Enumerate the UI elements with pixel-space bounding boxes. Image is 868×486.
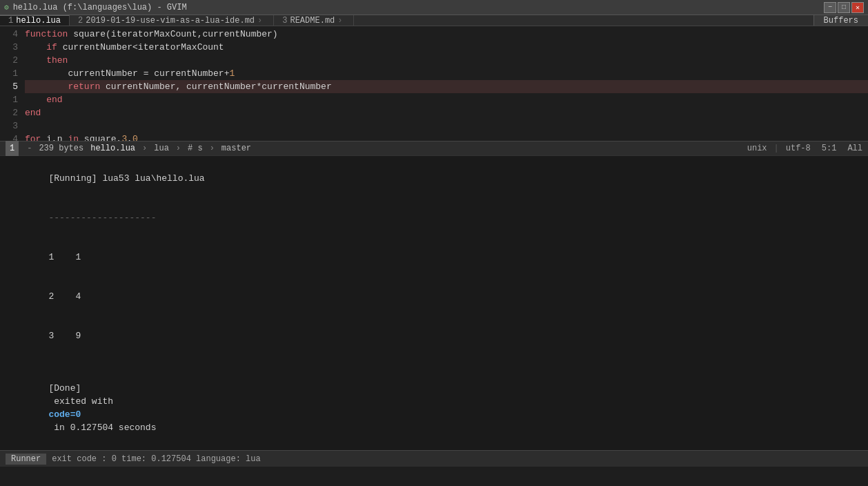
buffers-button[interactable]: Buffers xyxy=(813,15,868,26)
status-branch-indicator: # s xyxy=(188,144,203,153)
code-line-3: then xyxy=(25,54,868,67)
terminal: [Running] lua53 lua\hello.lua ----------… xyxy=(0,156,868,450)
ln-4: 4 xyxy=(0,28,18,41)
terminal-out-2: 2 4 xyxy=(6,277,862,316)
status-sep4: › xyxy=(210,144,215,153)
ln-2: 2 xyxy=(0,54,18,67)
status-pct: All xyxy=(847,144,862,153)
code-line-6: end xyxy=(25,93,868,106)
tab-2[interactable]: 2 2019-01-19-use-vim-as-a-lua-ide.md › xyxy=(70,15,274,26)
status-mode: 1 xyxy=(6,141,19,156)
terminal-sep-text: -------------------- xyxy=(48,213,156,223)
ln-2b: 2 xyxy=(0,106,18,119)
editor: 4 3 2 1 5 1 2 3 4 5 6 7 function square(… xyxy=(0,26,868,141)
code-line-9: for i,n in square,3,0 xyxy=(25,133,868,141)
runner-info: exit code : 0 time: 0.127504 language: l… xyxy=(52,454,260,464)
status-pos: 5:1 xyxy=(822,144,837,153)
tab-2-label: 2019-01-19-use-vim-as-a-lua-ide.md xyxy=(86,16,255,26)
code-line-8 xyxy=(25,119,868,133)
tab-bar: 1 hello.lua 2 2019-01-19-use-vim-as-a-lu… xyxy=(0,15,868,26)
window-title: hello.lua (f:\languages\lua) - GVIM xyxy=(13,3,187,12)
code-line-7: end xyxy=(25,106,868,119)
code-line-5: return currentNumber, currentNumber*curr… xyxy=(25,80,868,93)
terminal-done: [Done] exited with code=0 in 0.127504 se… xyxy=(6,369,862,447)
terminal-running-text: [Running] lua53 lua\hello.lua xyxy=(48,173,204,184)
runner-tag: Runner xyxy=(6,454,46,465)
terminal-out-3-text: 3 9 xyxy=(48,331,81,341)
runner-bar: Runner exit code : 0 time: 0.127504 lang… xyxy=(0,450,868,467)
status-mode-value: 1 xyxy=(10,144,14,153)
title-controls: − □ ✕ xyxy=(824,2,864,13)
title-left: ⚙ hello.lua (f:\languages\lua) - GVIM xyxy=(4,3,187,12)
ln-1b: 1 xyxy=(0,93,18,106)
status-branch: master xyxy=(221,144,251,153)
tab-3-number: 3 xyxy=(282,16,287,26)
ln-4b: 4 xyxy=(0,133,18,141)
tab-1-number: 1 xyxy=(8,16,13,26)
title-bar: ⚙ hello.lua (f:\languages\lua) - GVIM − … xyxy=(0,0,868,15)
terminal-done-code: code=0 xyxy=(48,409,81,420)
terminal-running: [Running] lua53 lua\hello.lua xyxy=(6,159,862,198)
status-filename: hello.lua xyxy=(90,144,135,153)
terminal-blank xyxy=(6,356,862,369)
terminal-out-3: 3 9 xyxy=(6,316,862,356)
terminal-done-prefix: [Done] xyxy=(48,383,81,393)
tab-2-sep: › xyxy=(257,16,262,26)
ln-1a: 1 xyxy=(0,67,18,80)
tab-1-label: hello.lua xyxy=(16,16,61,26)
bottom-panel: [Running] lua53 lua\hello.lua ----------… xyxy=(0,156,868,467)
status-sep1: - xyxy=(27,144,32,153)
tab-3[interactable]: 3 README.md › xyxy=(274,15,354,26)
ln-5: 5 xyxy=(0,80,18,93)
status-encoding: utf-8 xyxy=(786,144,811,153)
ln-3: 3 xyxy=(0,41,18,54)
terminal-out-2-text: 2 4 xyxy=(48,291,81,302)
tab-2-number: 2 xyxy=(78,16,83,26)
code-area[interactable]: function square(iteratorMaxCount,current… xyxy=(22,26,868,141)
code-line-1: function square(iteratorMaxCount,current… xyxy=(25,28,868,41)
terminal-out-1-text: 1 1 xyxy=(48,252,81,262)
terminal-out-1: 1 1 xyxy=(6,237,862,277)
status-bar: 1 - 239 bytes hello.lua › lua › # s › ma… xyxy=(0,141,868,156)
line-numbers: 4 3 2 1 5 1 2 3 4 5 6 7 xyxy=(0,26,22,141)
code-line-4: currentNumber = currentNumber+1 xyxy=(25,67,868,80)
terminal-done-suffix: in 0.127504 seconds xyxy=(48,422,156,433)
status-right: unix | utf-8 5:1 All xyxy=(747,144,862,153)
ln-3b: 3 xyxy=(0,119,18,133)
status-sep3: › xyxy=(176,144,181,153)
code-line-2: if currentNumber<iteratorMaxCount xyxy=(25,41,868,54)
status-size: 239 bytes xyxy=(39,144,83,153)
app-icon: ⚙ xyxy=(4,3,9,12)
terminal-done-middle: exited with xyxy=(48,396,118,407)
terminal-separator: -------------------- xyxy=(6,198,862,237)
status-pipe: | xyxy=(774,144,779,153)
maximize-button[interactable]: □ xyxy=(838,2,850,13)
tab-3-label: README.md xyxy=(290,16,335,26)
close-button[interactable]: ✕ xyxy=(851,2,864,13)
minimize-button[interactable]: − xyxy=(824,2,836,13)
status-filetype: lua xyxy=(154,144,169,153)
status-left: 1 - 239 bytes hello.lua › lua › # s › ma… xyxy=(6,141,747,156)
status-os: unix xyxy=(747,144,767,153)
tab-3-sep: › xyxy=(337,16,342,26)
tab-1[interactable]: 1 hello.lua xyxy=(0,15,70,26)
status-sep2: › xyxy=(142,144,147,153)
